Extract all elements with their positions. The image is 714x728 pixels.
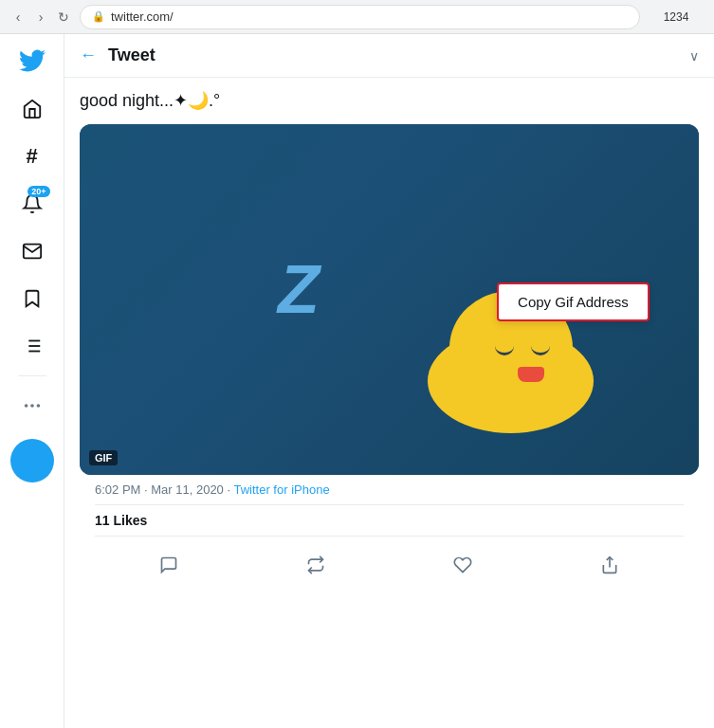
svg-point-6: [24, 404, 27, 408]
tweet-likes: 11 Likes: [95, 504, 684, 537]
tweet-footer: 6:02 PM · Mar 11, 2020 · Twitter for iPh…: [80, 475, 699, 597]
gif-container: Z: [80, 124, 699, 475]
retweet-button[interactable]: [299, 548, 333, 582]
likes-label-text: Likes: [113, 513, 147, 528]
tweet-header: ← Tweet ∨: [64, 34, 714, 78]
main-content: ← Tweet ∨ good night...✦🌙.° Z: [64, 34, 714, 728]
notification-badge: 20+: [27, 186, 49, 197]
sidebar-item-lists[interactable]: [10, 324, 54, 368]
copy-gif-address-menu[interactable]: Copy Gif Address: [497, 282, 650, 321]
duck-beak: [518, 367, 544, 382]
likes-count: 11: [95, 513, 110, 528]
sidebar-logo[interactable]: [13, 42, 51, 80]
caret-icon: ∨: [689, 48, 699, 64]
back-button[interactable]: ‹: [9, 9, 27, 26]
sidebar-item-bookmarks[interactable]: [10, 277, 54, 320]
back-button[interactable]: ←: [80, 46, 97, 65]
z-letter: Z: [278, 250, 320, 328]
duck-eyes: [495, 346, 550, 355]
sidebar-item-home[interactable]: [10, 87, 54, 131]
hashtag-icon: #: [26, 144, 37, 169]
reload-button[interactable]: ↻: [55, 9, 72, 26]
browser-chrome: ‹ › ↻ 🔒 twitter.com/ 1234: [0, 0, 714, 34]
tweet-title: Tweet: [108, 46, 156, 65]
sidebar-item-explore[interactable]: #: [10, 135, 54, 178]
duck-eye-left: [495, 346, 514, 355]
share-button[interactable]: [593, 548, 627, 582]
svg-point-7: [30, 404, 34, 408]
sidebar-item-notifications[interactable]: 20+: [10, 182, 54, 226]
reply-button[interactable]: [152, 548, 186, 582]
like-button[interactable]: [446, 548, 480, 582]
forward-button[interactable]: ›: [32, 9, 49, 26]
tweet-actions: [95, 540, 684, 590]
compose-button[interactable]: [10, 439, 54, 482]
tab-title: 1234: [648, 10, 705, 24]
tweet-meta: 6:02 PM · Mar 11, 2020 · Twitter for iPh…: [95, 482, 684, 497]
sidebar-item-more[interactable]: [10, 384, 54, 428]
sidebar-item-messages[interactable]: [10, 229, 54, 273]
duck-eye-right: [531, 346, 550, 355]
lock-icon: 🔒: [92, 10, 105, 23]
copy-gif-address-label: Copy Gif Address: [518, 294, 629, 310]
tweet-text: good night...✦🌙.°: [80, 89, 699, 113]
tweet-source[interactable]: Twitter for iPhone: [233, 482, 329, 497]
gif-badge: GIF: [89, 450, 118, 465]
sidebar: # 20+: [0, 34, 64, 728]
address-bar[interactable]: 🔒 twitter.com/: [80, 5, 640, 29]
svg-point-8: [36, 404, 40, 408]
tweet-body: good night...✦🌙.° Z: [64, 78, 714, 609]
tweet-time: 6:02 PM · Mar 11, 2020 ·: [95, 482, 233, 497]
app-layout: # 20+: [0, 34, 714, 728]
sidebar-divider: [18, 375, 46, 376]
browser-controls: ‹ › ↻: [9, 9, 72, 26]
url-text: twitter.com/: [111, 9, 174, 24]
